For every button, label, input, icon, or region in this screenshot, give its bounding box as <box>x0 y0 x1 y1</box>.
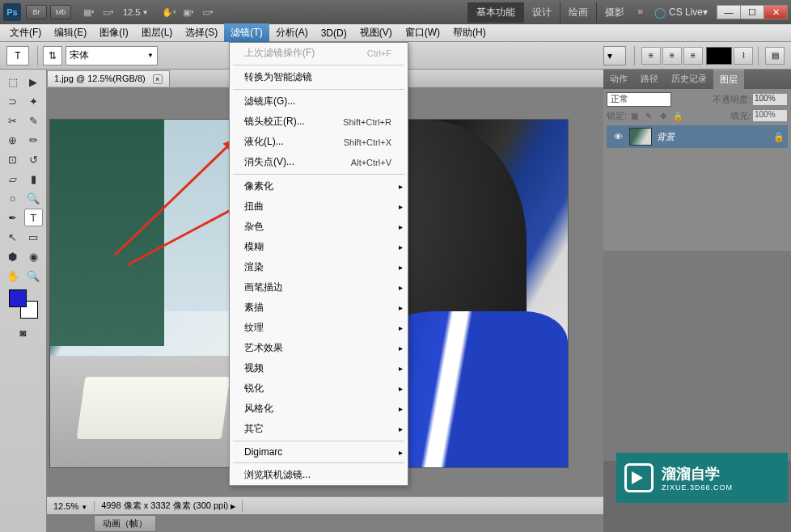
foreground-color[interactable] <box>9 289 27 307</box>
menu-file[interactable]: 文件(F) <box>3 23 48 42</box>
menu-item[interactable]: 渲染 <box>230 257 408 277</box>
status-zoom[interactable]: 12.5%▼ <box>47 501 95 511</box>
character-panel-button[interactable]: ▤ <box>765 47 785 65</box>
menu-item[interactable]: 浏览联机滤镜... <box>230 465 408 485</box>
menu-item[interactable]: 像素化 <box>230 176 408 196</box>
menu-item[interactable]: 视频 <box>230 358 408 378</box>
menu-item[interactable]: 风格化 <box>230 399 408 419</box>
menu-item[interactable]: 艺术效果 <box>230 338 408 358</box>
panel-tab-layers[interactable]: 图层 <box>713 70 744 89</box>
screen-mode-icon[interactable]: ▭▾ <box>200 4 216 20</box>
menu-edit[interactable]: 编辑(E) <box>48 23 93 42</box>
lock-position-icon[interactable]: ✥ <box>657 110 670 121</box>
bridge-button[interactable]: Br <box>26 5 47 19</box>
maximize-button[interactable]: ☐ <box>740 5 764 19</box>
menu-item[interactable]: 扭曲 <box>230 196 408 217</box>
font-family-combo[interactable]: 宋体▼ <box>66 46 158 65</box>
menu-item[interactable]: 液化(L)...Shift+Ctrl+X <box>230 132 408 152</box>
workspace-tab-painting[interactable]: 绘画 <box>560 2 596 23</box>
arrange-icon[interactable]: ▣▾ <box>180 4 197 20</box>
grid-icon[interactable]: ▦▾ <box>81 4 97 20</box>
menu-window[interactable]: 窗口(W) <box>399 23 446 42</box>
panel-tab-history[interactable]: 历史记录 <box>665 70 713 89</box>
current-tool-icon[interactable]: T <box>6 46 29 65</box>
align-right-button[interactable]: ≡ <box>683 47 703 65</box>
zoom-level-combo[interactable]: 12.5▼ <box>123 7 148 17</box>
layer-thumbnail[interactable] <box>629 128 652 146</box>
panel-tab-paths[interactable]: 路径 <box>634 70 665 89</box>
wand-tool[interactable]: ✦ <box>24 92 44 110</box>
document-tab[interactable]: 1.jpg @ 12.5%(RGB/8) × <box>47 70 170 87</box>
3d-tool[interactable]: ⬢ <box>3 247 23 265</box>
blur-tool[interactable]: ○ <box>3 189 23 207</box>
menu-item[interactable]: 其它 <box>230 419 408 439</box>
heal-tool[interactable]: ⊕ <box>3 131 23 149</box>
eyedropper-tool[interactable]: ✎ <box>24 112 44 129</box>
3d-camera-tool[interactable]: ◉ <box>24 247 44 265</box>
stamp-tool[interactable]: ⊡ <box>3 150 23 168</box>
workspace-tab-essentials[interactable]: 基本功能 <box>467 2 523 23</box>
status-doc-info[interactable]: 4998 像素 x 3332 像素 (300 ppi)▶ <box>95 500 243 512</box>
workspace-tab-photo[interactable]: 摄影 <box>596 2 632 23</box>
menu-help[interactable]: 帮助(H) <box>446 23 493 42</box>
panel-tab-actions[interactable]: 动作 <box>603 70 634 89</box>
menu-filter[interactable]: 滤镜(T) <box>224 23 269 42</box>
menu-item[interactable]: 素描 <box>230 298 408 318</box>
opacity-input[interactable]: 100% <box>752 93 788 106</box>
move-tool[interactable]: ⬚ <box>3 73 23 91</box>
menu-3d[interactable]: 3D(D) <box>315 25 353 41</box>
align-left-button[interactable]: ≡ <box>641 47 661 65</box>
menu-item[interactable]: 锐化 <box>230 378 408 399</box>
menu-image[interactable]: 图像(I) <box>93 23 134 42</box>
more-workspaces-icon[interactable]: » <box>632 2 648 23</box>
menu-view[interactable]: 视图(V) <box>353 23 399 42</box>
menu-item[interactable]: 杂色 <box>230 217 408 237</box>
fill-input[interactable]: 100% <box>752 109 788 122</box>
lock-transparency-icon[interactable]: ▦ <box>628 110 641 121</box>
lock-pixels-icon[interactable]: ✎ <box>642 110 655 121</box>
menu-layer[interactable]: 图层(L) <box>135 23 180 42</box>
menu-item[interactable]: 画笔描边 <box>230 277 408 298</box>
hand-tool-icon[interactable]: ✋▾ <box>161 4 177 20</box>
warp-text-button[interactable]: ⌇ <box>734 47 753 65</box>
animation-panel-tab[interactable]: 动画（帧） <box>94 515 156 532</box>
gradient-tool[interactable]: ▮ <box>24 170 44 188</box>
close-button[interactable]: ✕ <box>764 5 788 19</box>
text-orientation-button[interactable]: ⇅ <box>43 46 62 65</box>
menu-item[interactable]: 纹理 <box>230 318 408 338</box>
tab-close-icon[interactable]: × <box>153 74 163 84</box>
menu-item[interactable]: Digimarc <box>230 443 408 461</box>
history-brush-tool[interactable]: ↺ <box>24 150 44 168</box>
brush-tool[interactable]: ✏ <box>24 131 44 149</box>
menu-item[interactable]: 滤镜库(G)... <box>230 91 408 112</box>
mini-bridge-button[interactable]: Mb <box>50 5 71 19</box>
shape-tool[interactable]: ▭ <box>24 228 44 246</box>
menu-item[interactable]: 镜头校正(R)...Shift+Ctrl+R <box>230 112 408 132</box>
lasso-tool[interactable]: ⊃ <box>3 92 23 110</box>
menu-analysis[interactable]: 分析(A) <box>269 23 315 42</box>
menu-item[interactable]: 消失点(V)...Alt+Ctrl+V <box>230 152 408 172</box>
path-select-tool[interactable]: ↖ <box>3 228 23 246</box>
crop-tool[interactable]: ✂ <box>3 112 23 129</box>
minimize-button[interactable]: — <box>717 5 741 19</box>
align-center-button[interactable]: ≡ <box>662 47 682 65</box>
lock-all-icon[interactable]: 🔒 <box>671 110 684 121</box>
hand-tool[interactable]: ✋ <box>3 267 23 285</box>
dodge-tool[interactable]: 🔍 <box>24 189 44 207</box>
menu-item[interactable]: 转换为智能滤镜 <box>230 67 408 87</box>
marquee-tool[interactable]: ▶ <box>24 73 44 91</box>
menu-select[interactable]: 选择(S) <box>179 23 224 42</box>
pen-tool[interactable]: ✒ <box>3 209 23 226</box>
text-tool[interactable]: T <box>24 209 44 226</box>
style-combo[interactable]: ▾ <box>603 46 626 65</box>
text-color-swatch[interactable] <box>706 47 732 65</box>
blend-mode-combo[interactable]: 正常 <box>607 92 671 107</box>
layer-visibility-icon[interactable]: 👁 <box>610 129 626 145</box>
workspace-tab-design[interactable]: 设计 <box>523 2 560 23</box>
layer-row[interactable]: 👁 背景 🔒 <box>607 125 788 148</box>
menu-item[interactable]: 模糊 <box>230 237 408 257</box>
eraser-tool[interactable]: ▱ <box>3 170 23 188</box>
color-swatches[interactable] <box>9 289 38 319</box>
extras-icon[interactable]: ▭▾ <box>100 4 116 20</box>
zoom-tool[interactable]: 🔍 <box>24 267 44 285</box>
